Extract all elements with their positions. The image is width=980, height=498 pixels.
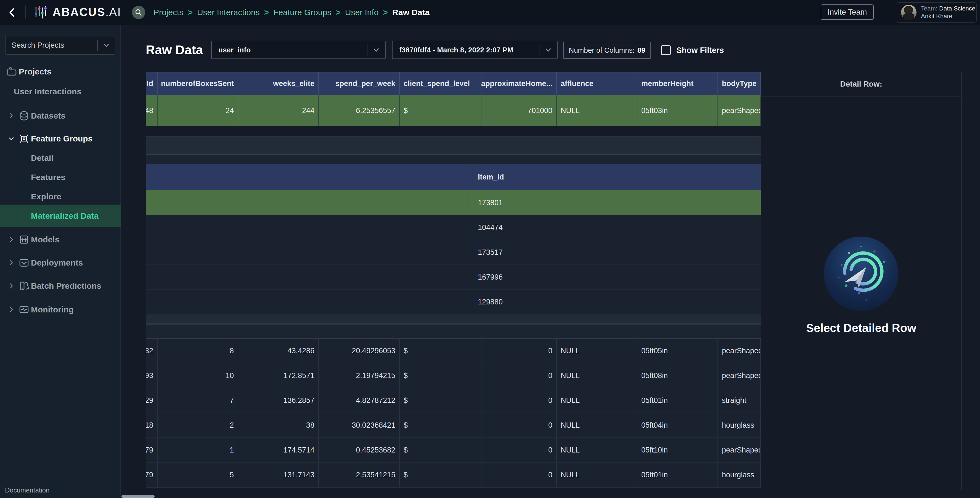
abacus-logo-text: ABACUS.AI xyxy=(52,6,121,19)
select-row-illustration-icon xyxy=(824,236,898,311)
sidebar-item-datasets[interactable]: Datasets xyxy=(0,108,121,124)
show-filters-checkbox[interactable] xyxy=(661,45,671,55)
item-row-empty-cell xyxy=(146,216,473,239)
abacus-logo[interactable]: ABACUS.AI xyxy=(33,5,121,20)
detail-panel-border xyxy=(961,72,962,490)
user-name: Ankit Khare xyxy=(921,13,975,20)
table-row[interactable]: 791174.57140.45253682$0NULL05ft10inpearS… xyxy=(146,438,761,463)
page-title: Raw Data xyxy=(146,43,203,57)
item-header-row: Item_id xyxy=(146,164,761,190)
sidebar-item-batch-predictions[interactable]: Batch Predictions xyxy=(0,278,121,294)
breadcrumb-user-interactions[interactable]: User Interactions xyxy=(197,8,260,17)
invite-team-button[interactable]: Invite Team xyxy=(821,5,874,20)
cell: 38 xyxy=(238,413,319,437)
item-row[interactable]: 104474 xyxy=(146,216,761,240)
cell: 0 xyxy=(482,463,557,487)
cell: NULL xyxy=(557,363,637,388)
item-id-cell: 173801 xyxy=(473,190,761,216)
sidebar-item-features[interactable]: Features xyxy=(0,170,121,185)
horizontal-scrollbar-thumb[interactable] xyxy=(121,495,154,498)
table-row[interactable]: 297136.28574.82787212$0NULL05ft01instrai… xyxy=(146,388,761,413)
separator-band xyxy=(146,315,761,324)
breadcrumb-projects[interactable]: Projects xyxy=(153,8,183,17)
sidebar-item-label: Detail xyxy=(0,153,54,163)
header-cell: Id xyxy=(146,72,158,95)
sidebar-item-user-interactions[interactable]: User Interactions xyxy=(0,84,121,99)
cell: 0.45253682 xyxy=(319,438,400,462)
number-of-columns-box: Number of Columns: 89 xyxy=(563,42,651,59)
user-menu[interactable]: Team: Data Science Ankit Khare xyxy=(897,2,977,22)
snapshot-select[interactable]: f3870fdf4 - March 8, 2022 2:07 PM xyxy=(392,41,558,59)
separator-band xyxy=(146,154,761,164)
item-row-empty-cell xyxy=(146,290,473,314)
show-filters-control: Show Filters xyxy=(661,41,724,60)
documentation-link[interactable]: Documentation xyxy=(5,485,49,496)
table-row[interactable]: 795131.71432.53541215$0NULL05ft01inhourg… xyxy=(146,463,761,487)
chevron-down-icon xyxy=(98,41,115,49)
table-row[interactable]: 9310172.85712.19794215$0NULL05ft08inpear… xyxy=(146,363,761,388)
sidebar-item-explore[interactable]: Explore xyxy=(0,189,121,204)
cell: NULL xyxy=(557,413,637,437)
cell: 05ft01in xyxy=(637,388,718,412)
cell: 0 xyxy=(482,339,557,363)
columns-label: Number of Columns: xyxy=(569,46,635,55)
sidebar: Search Projects Projects User Interactio… xyxy=(0,25,121,498)
selected-row-cell: 701000 xyxy=(482,95,557,126)
detail-row-header: Detail Row: xyxy=(761,72,961,97)
sidebar-item-monitoring[interactable]: Monitoring xyxy=(0,302,121,317)
topbar-divider xyxy=(25,6,26,19)
selected-row-cell: NULL xyxy=(557,95,637,126)
item-header-empty-cell xyxy=(146,164,473,190)
sidebar-item-feature-groups[interactable]: Feature Groups xyxy=(0,131,121,146)
item-rows: 104474173517167996129880 xyxy=(146,216,761,315)
cell: pearShaped xyxy=(718,363,761,388)
cell: $ xyxy=(400,388,482,412)
header-cell: affluence xyxy=(557,72,637,95)
avatar xyxy=(901,5,916,20)
sidebar-item-label: Batch Predictions xyxy=(0,281,101,291)
sidebar-item-deployments[interactable]: Deployments xyxy=(0,255,121,271)
selected-table-row[interactable]: 48242446.25356557$701000NULL05ft03inpear… xyxy=(146,95,761,126)
breadcrumb-feature-groups[interactable]: Feature Groups xyxy=(273,8,331,17)
search-projects-select[interactable]: Search Projects xyxy=(5,36,115,55)
table-header-row: IdnumberofBoxesSentweeks_elitespend_per_… xyxy=(146,72,761,95)
breadcrumb-user-info[interactable]: User Info xyxy=(345,8,379,17)
database-icon xyxy=(18,110,30,122)
sidebar-item-projects[interactable]: Projects xyxy=(0,64,121,79)
cell: 05ft10in xyxy=(637,438,718,462)
item-row-empty-cell xyxy=(146,265,473,289)
sidebar-item-models[interactable]: Models xyxy=(0,232,121,247)
back-chevron-icon[interactable] xyxy=(6,6,19,19)
feature-group-select[interactable]: user_info xyxy=(211,41,386,59)
sidebar-item-materialized-data[interactable]: Materialized Data xyxy=(0,205,121,227)
selected-item-row[interactable]: 173801 xyxy=(146,190,761,216)
cell: 05ft04in xyxy=(637,413,718,437)
grid-spacer xyxy=(146,126,761,136)
show-filters-label: Show Filters xyxy=(676,46,724,55)
cell: 8 xyxy=(158,339,238,363)
cell: 136.2857 xyxy=(238,388,319,412)
cell: 29 xyxy=(146,388,158,412)
search-button[interactable] xyxy=(132,6,145,19)
cell: 43.4286 xyxy=(238,339,319,363)
cell: NULL xyxy=(557,438,637,462)
cell: 1 xyxy=(158,438,238,462)
item-row-empty-cell xyxy=(146,240,473,265)
header-cell: approximateHome... xyxy=(482,72,557,95)
item-row[interactable]: 173517 xyxy=(146,240,761,265)
cell: 2.19794215 xyxy=(319,363,400,388)
sidebar-item-detail[interactable]: Detail xyxy=(0,150,121,166)
batch-predictions-icon xyxy=(18,280,30,292)
table-row[interactable]: 1823830.02368421$0NULL05ft04inhourglass xyxy=(146,413,761,438)
cell: 5 xyxy=(158,463,238,487)
item-row[interactable]: 129880 xyxy=(146,290,761,315)
cell: NULL xyxy=(557,388,637,412)
sidebar-item-label: Explore xyxy=(0,192,61,201)
cell: pearShaped xyxy=(718,339,761,363)
item-row[interactable]: 167996 xyxy=(146,265,761,290)
item-id-cell: 104474 xyxy=(473,216,761,239)
app-window: ABACUS.AI Projects > User Interactions >… xyxy=(0,0,980,498)
item-id-header-cell: Item_id xyxy=(473,164,761,190)
cell: $ xyxy=(400,413,482,437)
table-row[interactable]: 32843.428620.49296053$0NULL05ft05inpearS… xyxy=(146,339,761,363)
